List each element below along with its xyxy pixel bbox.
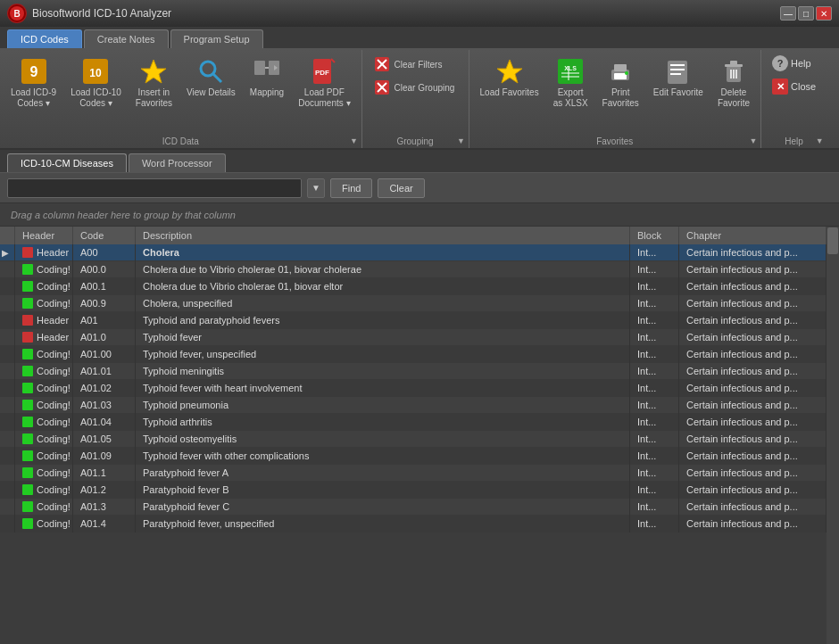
data-table: Header Code Description Block Chapter ▶H… (0, 227, 827, 533)
col-code-header[interactable]: Code (73, 227, 136, 244)
search-icon (196, 57, 225, 86)
insert-favorites-button[interactable]: Insert in Favorites (130, 54, 178, 112)
table-row[interactable]: Coding!A01.4Paratyphoid fever, unspecifi… (0, 516, 827, 533)
row-arrow (0, 312, 15, 329)
row-code: A01.3 (73, 499, 136, 516)
load-favorites-button[interactable]: Load Favorites (475, 54, 544, 102)
table-row[interactable]: Coding!A01.02Typhoid fever with heart in… (0, 380, 827, 397)
row-arrow: ▶ (0, 244, 15, 261)
row-arrow (0, 465, 15, 482)
clear-filters-button[interactable]: Clear Filters (368, 54, 461, 75)
row-code: A01.09 (73, 448, 136, 465)
view-details-button[interactable]: View Details (181, 54, 241, 102)
table-row[interactable]: Coding!A01.01Typhoid meningitisInt...Cer… (0, 363, 827, 380)
load-pdf-button[interactable]: PDF Load PDF Documents ▾ (293, 54, 355, 112)
row-description: Typhoid fever with heart involvement (136, 380, 630, 397)
ribbon-group-grouping-items: Clear Filters Clear Grouping (368, 54, 463, 132)
favorites-expander[interactable]: ▼ (748, 136, 759, 146)
table-header: Header Code Description Block Chapter (0, 227, 827, 244)
grouping-expander[interactable]: ▼ (456, 136, 467, 146)
edit-icon (664, 57, 693, 86)
table-row[interactable]: Coding!A01.1Paratyphoid fever AInt...Cer… (0, 465, 827, 482)
minimize-button[interactable]: — (780, 6, 796, 21)
table-row[interactable]: ▶HeaderA00CholeraInt...Certain infectiou… (0, 244, 827, 261)
ribbon-tab-create-notes[interactable]: Create Notes (84, 29, 169, 48)
row-description: Paratyphoid fever B (136, 482, 630, 499)
table-row[interactable]: Coding!A01.09Typhoid fever with other co… (0, 448, 827, 465)
table-row[interactable]: HeaderA01Typhoid and paratyphoid feversI… (0, 312, 827, 329)
row-block: Int... (630, 431, 679, 448)
row-arrow (0, 516, 15, 533)
col-header-header[interactable]: Header (15, 227, 73, 244)
row-type: Header (15, 329, 73, 346)
group-area-text: Drag a column header here to group by th… (11, 210, 236, 220)
scrollbar[interactable] (827, 227, 839, 644)
ribbon-group-grouping: Clear Filters Clear Grouping Grouping ▼ (362, 50, 469, 148)
table-row[interactable]: Coding!A00.9Cholera, unspecifiedInt...Ce… (0, 295, 827, 312)
icd-data-expander[interactable]: ▼ (349, 136, 360, 146)
table-row[interactable]: Coding!A01.2Paratyphoid fever BInt...Cer… (0, 482, 827, 499)
help-icon: ? (772, 55, 788, 71)
insert-favorites-label: Insert in Favorites (136, 87, 172, 109)
row-type: Coding! (15, 465, 73, 482)
load-icd10-button[interactable]: 10 Load ICD-10 Codes ▾ (65, 54, 127, 112)
table-row[interactable]: Coding!A00.1Cholera due to Vibrio choler… (0, 278, 827, 295)
xlsx-icon: XLS (556, 57, 585, 86)
row-block: Int... (630, 312, 679, 329)
row-description: Typhoid fever with other complications (136, 448, 630, 465)
row-block: Int... (630, 482, 679, 499)
row-block: Int... (630, 465, 679, 482)
svg-marker-7 (141, 60, 166, 83)
content-tab-icd-10-cm-diseases[interactable]: ICD-10-CM Diseases (7, 153, 127, 172)
row-description: Typhoid fever (136, 329, 630, 346)
table-row[interactable]: Coding!A01.03Typhoid pneumoniaInt...Cert… (0, 397, 827, 414)
help-button[interactable]: ? Help (767, 54, 821, 73)
content-tabs: ICD-10-CM DiseasesWord Processor (0, 150, 839, 173)
row-type: Coding! (15, 414, 73, 431)
clear-grouping-button[interactable]: Clear Grouping (368, 77, 461, 98)
view-details-label: View Details (187, 87, 236, 98)
svg-line-16 (331, 59, 335, 62)
find-button[interactable]: Find (330, 178, 372, 198)
ribbon-tab-program-setup[interactable]: Program Setup (170, 29, 263, 48)
svg-text:10: 10 (90, 67, 103, 79)
ribbon-group-icd-data: 9 Load ICD-9 Codes ▾ 10 Load ICD-10 Code… (0, 50, 362, 148)
mapping-button[interactable]: Mapping (245, 54, 289, 102)
ribbon-tab-icd-codes[interactable]: ICD Codes (7, 29, 82, 48)
table-row[interactable]: Coding!A01.3Paratyphoid fever CInt...Cer… (0, 499, 827, 516)
export-xlsx-button[interactable]: XLS Export as XLSX (548, 54, 594, 112)
help-expander[interactable]: ▼ (814, 136, 825, 146)
row-chapter: Certain infectious and p... (679, 448, 827, 465)
scroll-thumb[interactable] (827, 227, 838, 254)
app-logo: B (7, 4, 27, 23)
load-icd9-button[interactable]: 9 Load ICD-9 Codes ▾ (5, 54, 62, 112)
col-block-header[interactable]: Block (630, 227, 679, 244)
table-row[interactable]: HeaderA01.0Typhoid feverInt...Certain in… (0, 329, 827, 346)
clear-button[interactable]: Clear (378, 178, 424, 198)
col-chapter-header[interactable]: Chapter (679, 227, 827, 244)
close-button[interactable]: ✕ Close (767, 77, 821, 96)
row-code: A00.9 (73, 295, 136, 312)
col-description-header[interactable]: Description (136, 227, 630, 244)
title-controls: — □ ✕ (780, 6, 832, 21)
title-left: B Biosoftworld ICD-10 Analyzer (7, 4, 171, 23)
print-favorites-button[interactable]: Print Favorites (597, 54, 644, 112)
row-type: Coding! (15, 448, 73, 465)
svg-rect-10 (254, 61, 265, 75)
ribbon-help-items: ? Help ✕ Close (767, 54, 821, 132)
grouping-group-label: Grouping (362, 136, 469, 146)
table-row[interactable]: Coding!A01.05Typhoid osteomyelitisInt...… (0, 431, 827, 448)
table-row[interactable]: Coding!A00.0Cholera due to Vibrio choler… (0, 261, 827, 278)
table-row[interactable]: Coding!A01.04Typhoid arthritisInt...Cert… (0, 414, 827, 431)
maximize-button[interactable]: □ (798, 6, 814, 21)
search-dropdown-button[interactable]: ▼ (307, 178, 325, 198)
table-row[interactable]: Coding!A01.00Typhoid fever, unspecifiedI… (0, 346, 827, 363)
delete-favorite-button[interactable]: Delete Favorite (712, 54, 755, 112)
close-window-button[interactable]: ✕ (816, 6, 832, 21)
mapping-icon (253, 57, 281, 86)
content-tab-word-processor[interactable]: Word Processor (129, 153, 226, 172)
row-description: Paratyphoid fever A (136, 465, 630, 482)
search-input[interactable] (7, 178, 302, 198)
edit-favorite-button[interactable]: Edit Favorite (648, 54, 709, 102)
row-type: Coding! (15, 261, 73, 278)
